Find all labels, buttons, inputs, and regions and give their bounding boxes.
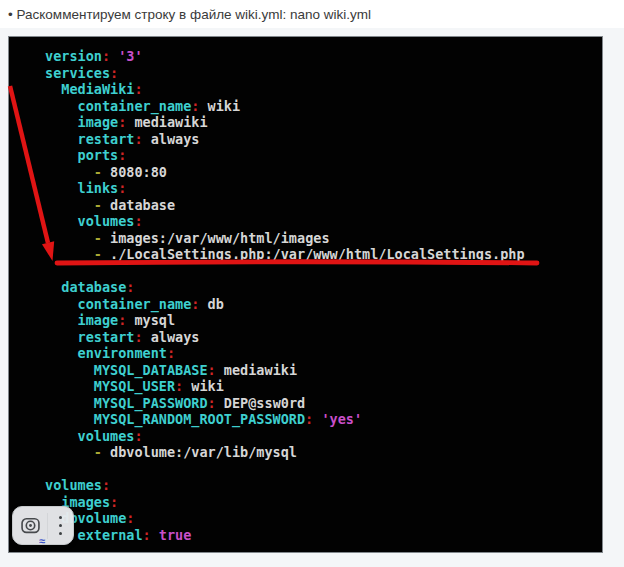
code-line: volumes: bbox=[45, 477, 602, 494]
doc-bullet-text: • Раскомментируем строку в файле wiki.ym… bbox=[8, 7, 371, 22]
code-line: container_name: wiki bbox=[45, 98, 602, 115]
code-line: image: mediawiki bbox=[45, 114, 602, 131]
three-dot-menu-icon bbox=[59, 524, 63, 528]
code-line: MYSQL_DATABASE: mediawiki bbox=[45, 362, 602, 379]
code-line: links: bbox=[45, 180, 602, 197]
code-line bbox=[45, 263, 602, 280]
blue-squiggle-mark: ≈ bbox=[39, 536, 55, 546]
code-line: restart: always bbox=[45, 131, 602, 148]
code-line: image: mysql bbox=[45, 312, 602, 329]
three-dot-menu-icon bbox=[59, 516, 63, 520]
code-line: environment: bbox=[45, 345, 602, 362]
three-dot-menu-icon bbox=[59, 532, 63, 536]
code-line: - database bbox=[45, 197, 602, 214]
code-line: - 8080:80 bbox=[45, 164, 602, 181]
code-line: volumes: bbox=[45, 213, 602, 230]
code-line: services: bbox=[45, 65, 602, 82]
code-line bbox=[45, 461, 602, 478]
code-line: - dbvolume:/var/lib/mysql bbox=[45, 444, 602, 461]
code-line: - images:/var/www/html/images bbox=[45, 230, 602, 247]
code-line: version: '3' bbox=[45, 48, 602, 65]
code-line: ports: bbox=[45, 147, 602, 164]
code-line: container_name: db bbox=[45, 296, 602, 313]
image-search-icon bbox=[19, 514, 42, 537]
code-line: database: bbox=[45, 279, 602, 296]
code-line: - ./LocalSettings.php:/var/www/html/Loca… bbox=[45, 246, 602, 263]
code-line: MYSQL_PASSWORD: DEP@ssw0rd bbox=[45, 395, 602, 412]
code-line: dbvolume: bbox=[45, 510, 602, 527]
code-line: images: bbox=[45, 494, 602, 511]
code-line: MYSQL_USER: wiki bbox=[45, 378, 602, 395]
terminal-screenshot: version: '3'services: MediaWiki: contain… bbox=[8, 36, 603, 553]
code-line: MediaWiki: bbox=[45, 81, 602, 98]
code-line: restart: always bbox=[45, 329, 602, 346]
code-line: external: true bbox=[45, 527, 602, 544]
code-line: MYSQL_RANDOM_ROOT_PASSWORD: 'yes' bbox=[45, 411, 602, 428]
code-line: volumes: bbox=[45, 428, 602, 445]
